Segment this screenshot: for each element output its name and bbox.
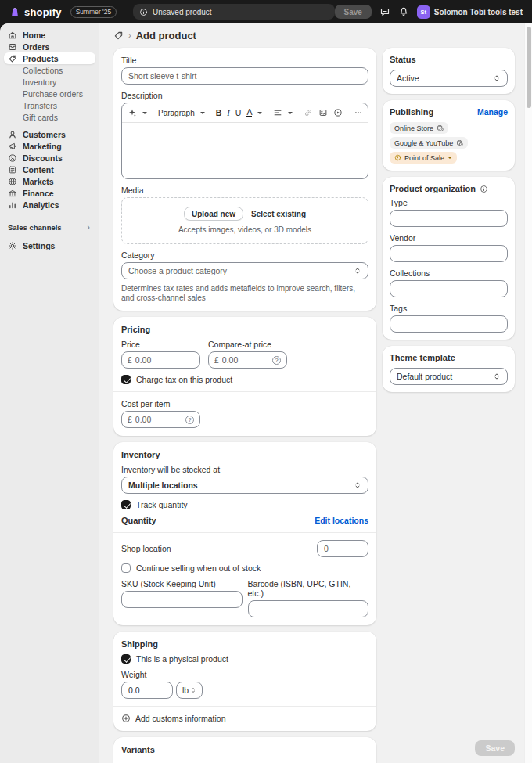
pricing-card: Pricing Price £ Compare-at price [113, 317, 376, 436]
breadcrumb: › Add product [113, 28, 518, 42]
barcode-label: Barcode (ISBN, UPC, GTIN, etc.) [248, 579, 369, 598]
paragraph-style-dropdown[interactable]: Paragraph [158, 109, 195, 117]
account-menu[interactable]: St Solomon Tobi tools test [417, 5, 523, 19]
editor-toolbar: Paragraph B I U A [122, 103, 368, 123]
select-updown-icon [354, 481, 361, 489]
charge-tax-row: Charge tax on this product [121, 375, 368, 384]
link-icon[interactable] [304, 108, 313, 117]
charge-tax-checkbox[interactable] [121, 375, 131, 384]
category-label: Category [121, 250, 368, 260]
shopify-logo[interactable]: shopify Summer '25 [9, 6, 117, 18]
sidebar-item-marketing[interactable]: Marketing [4, 140, 95, 152]
title-label: Title [121, 56, 368, 65]
media-label: Media [121, 185, 368, 195]
magic-sparkle-icon[interactable] [128, 108, 137, 117]
inventory-card: Inventory Inventory will be stocked at M… [113, 442, 376, 625]
variants-card: Variants Add options like size or color [113, 737, 376, 763]
sidebar-item-analytics[interactable]: Analytics [4, 199, 95, 211]
sku-input[interactable] [121, 591, 243, 608]
physical-product-row: This is a physical product [121, 654, 368, 664]
physical-product-checkbox[interactable] [121, 654, 131, 664]
media-dropzone[interactable]: Upload new Select existing Accepts image… [121, 197, 368, 244]
product-details-card: Title Description Paragraph [113, 48, 376, 311]
weight-unit-select[interactable]: lb [176, 682, 203, 699]
select-updown-icon [493, 373, 501, 380]
track-quantity-checkbox[interactable] [121, 500, 131, 509]
description-textarea[interactable] [122, 123, 368, 179]
products-breadcrumb-icon[interactable] [113, 31, 124, 41]
bell-icon[interactable] [398, 6, 409, 17]
chevron-down-icon [200, 112, 205, 114]
upload-new-button[interactable]: Upload new [184, 207, 243, 221]
type-label: Type [390, 198, 508, 207]
page-scrollbar[interactable] [524, 23, 532, 763]
gear-icon [8, 241, 17, 250]
channel-pill-google-youtube[interactable]: Google & YouTube [390, 137, 468, 149]
main-content: › Add product Title Description [99, 23, 532, 763]
sidebar-item-purchase-orders[interactable]: Purchase orders [4, 88, 95, 99]
text-color-button[interactable]: A [246, 108, 252, 117]
weight-input[interactable] [121, 682, 173, 699]
scrollbar-thumb[interactable] [527, 27, 531, 108]
barcode-input[interactable] [248, 600, 369, 617]
align-button[interactable] [273, 108, 282, 117]
type-input[interactable] [390, 210, 508, 227]
category-select[interactable]: Choose a product category [121, 262, 368, 279]
inventory-heading: Inventory [121, 450, 368, 459]
tags-input[interactable] [390, 315, 508, 333]
video-icon[interactable] [333, 108, 343, 117]
save-button-footer[interactable]: Save [475, 740, 515, 756]
sidebar-item-orders[interactable]: Orders [4, 41, 95, 52]
bold-button[interactable]: B [216, 108, 222, 117]
theme-template-select[interactable]: Default product [390, 368, 508, 385]
chevron-down-icon [257, 112, 262, 114]
info-icon[interactable] [480, 185, 488, 193]
sidebar-item-collections[interactable]: Collections [4, 64, 95, 76]
publishing-heading: Publishing [390, 107, 433, 117]
more-options-icon[interactable] [354, 108, 363, 117]
underline-button[interactable]: U [235, 108, 242, 117]
save-button-top[interactable]: Save [335, 5, 372, 19]
location-quantity-input[interactable] [317, 540, 368, 557]
sidebar-item-transfers[interactable]: Transfers [4, 99, 95, 111]
sidebar-item-gift-cards[interactable]: Gift cards [4, 111, 95, 123]
top-bar: shopify Summer '25 Unsaved product Disca… [0, 0, 532, 23]
media-hint: Accepts images, videos, or 3D models [178, 225, 311, 235]
sidebar-item-customers[interactable]: Customers [4, 128, 95, 140]
italic-button[interactable]: I [227, 109, 230, 117]
continue-selling-checkbox[interactable] [121, 563, 131, 573]
help-question-icon[interactable]: ? [272, 356, 281, 365]
channel-pill-online-store[interactable]: Online Store [390, 122, 448, 134]
description-editor[interactable]: Paragraph B I U A [121, 103, 368, 179]
sidebar-item-home[interactable]: Home [4, 29, 95, 41]
image-icon[interactable] [318, 108, 328, 117]
charge-tax-label: Charge tax on this product [136, 375, 232, 384]
help-question-icon[interactable]: ? [185, 416, 194, 424]
manage-link[interactable]: Manage [477, 107, 508, 117]
sidebar-item-settings[interactable]: Settings [4, 239, 95, 251]
markets-icon [8, 177, 17, 186]
title-input[interactable] [121, 67, 368, 85]
status-select[interactable]: Active [390, 70, 508, 87]
chat-icon[interactable] [379, 6, 390, 17]
price-input[interactable]: £ [121, 351, 200, 369]
cost-per-item-input[interactable]: £ ? [121, 411, 200, 428]
sidebar-item-products[interactable]: Products [4, 52, 95, 64]
sidebar-sales-channels[interactable]: Sales channels › [0, 221, 99, 232]
vendor-input[interactable] [390, 245, 508, 262]
sidebar-item-inventory[interactable]: Inventory [4, 76, 95, 88]
stocked-at-select[interactable]: Multiple locations [121, 477, 368, 494]
add-customs-button[interactable]: Add customs information [121, 714, 368, 723]
channel-pill-point-of-sale[interactable]: Point of Sale [390, 152, 457, 164]
select-existing-button[interactable]: Select existing [251, 210, 306, 218]
compare-at-price-input[interactable]: £ ? [208, 351, 287, 369]
edit-locations-link[interactable]: Edit locations [315, 516, 368, 525]
sidebar-item-finance[interactable]: Finance [4, 187, 95, 199]
products-icon [8, 54, 17, 63]
marketing-icon [8, 142, 17, 151]
sidebar-item-content[interactable]: Content [4, 164, 95, 175]
sidebar-item-markets[interactable]: Markets [4, 175, 95, 187]
global-search-bar[interactable]: Unsaved product [133, 4, 335, 20]
sidebar-item-discounts[interactable]: Discounts [4, 152, 95, 164]
collections-input[interactable] [390, 280, 508, 297]
